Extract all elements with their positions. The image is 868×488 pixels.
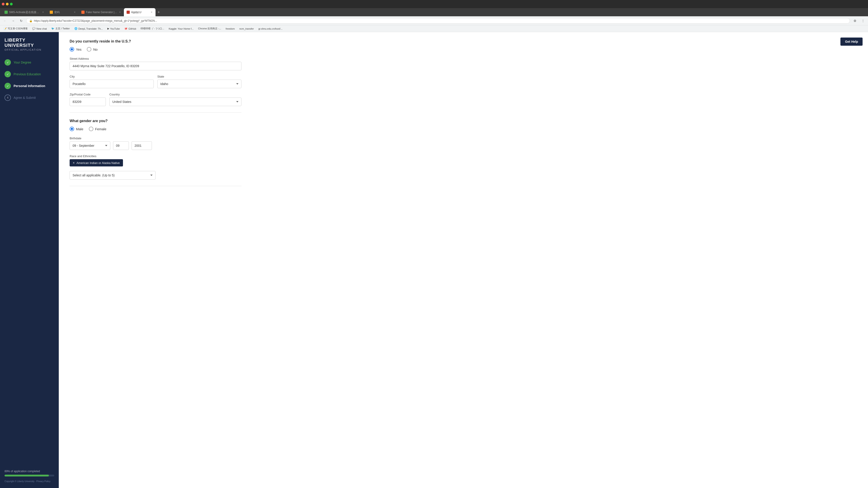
extensions-button[interactable]: ⚙	[852, 18, 858, 24]
title-bar	[0, 0, 868, 8]
race-tag-remove-american-indian[interactable]: ×	[73, 161, 74, 164]
city-col: City	[70, 75, 154, 88]
reside-no-radio[interactable]	[87, 47, 91, 52]
reside-yes-option[interactable]: Yes	[70, 47, 81, 52]
browser-chrome: SMS-Activate是在线接受短信 × 密码 × Fake Name Gen…	[0, 0, 868, 32]
reside-question: Do you currently reside in the U.S.?	[70, 39, 241, 43]
tab-favicon-apply	[127, 11, 130, 14]
bookmark-youtube-label: YouTube	[110, 27, 120, 30]
tab-title-sms: SMS-Activate是在线接受短信	[9, 10, 40, 14]
bookmark-github[interactable]: 🐙 GitHub	[123, 27, 138, 31]
bookmark-kaggle[interactable]: Kaggle: Your Home f...	[167, 27, 195, 31]
gender-male-label: Male	[76, 127, 84, 131]
tab-mi[interactable]: 密码 ×	[47, 8, 79, 16]
street-input[interactable]	[70, 62, 241, 70]
bookmark-twitter-label: 主页 / Twitter	[55, 27, 70, 30]
progress-fill	[4, 475, 49, 477]
bookmark-bilibili[interactable]: 哔哩哔哩（' - ')つ口...	[139, 27, 166, 31]
step-label-previous-education: Previous Education	[13, 72, 41, 76]
step-label-personal-information: Personal Information	[13, 84, 45, 88]
bookmark-ncm[interactable]: ncm_transfer	[238, 27, 256, 31]
gender-radio-group: Male Female	[70, 127, 241, 131]
main-content: Get Help Do you currently reside in the …	[59, 32, 868, 488]
logo-sub: OFFICIAL APPLICATION	[4, 49, 54, 51]
city-label: City	[70, 75, 154, 78]
step-icon-previous-education: ✓	[4, 71, 11, 77]
sidebar-item-agree-submit[interactable]: 4 Agree & Submit	[4, 94, 54, 102]
back-button[interactable]: ←	[2, 18, 8, 24]
menu-button[interactable]: ⋮	[860, 18, 866, 24]
bookmark-csdn[interactable]: 📝 写文章·CSDN博客	[2, 27, 30, 31]
copyright-text: Copyright © Liberty University · Privacy…	[4, 480, 54, 483]
birthdate-month-select[interactable]: 09 - September 01 - January 02 - Februar…	[70, 141, 110, 150]
reside-yes-radio[interactable]	[70, 47, 74, 52]
country-select[interactable]: United States Canada Mexico Other	[110, 97, 241, 106]
sidebar-item-your-degree[interactable]: ✓ Your Degree	[4, 58, 54, 66]
race-label: Race and Ethnicities	[70, 154, 241, 158]
tab-close-mi[interactable]: ×	[73, 10, 76, 14]
bookmark-bilibili-label: 哔哩哔哩（' - ')つ口...	[141, 27, 164, 30]
sidebar-item-personal-information[interactable]: ✓ Personal Information	[4, 82, 54, 90]
birthdate-month-col: 09 - September 01 - January 02 - Februar…	[70, 141, 110, 150]
street-label: Street Address	[70, 57, 241, 60]
sidebar-item-previous-education[interactable]: ✓ Previous Education	[4, 70, 54, 78]
reside-no-option[interactable]: No	[87, 47, 97, 52]
sidebar-logo: LIBERTY UNIVERSITY OFFICIAL APPLICATION	[4, 37, 54, 51]
bookmark-youtube[interactable]: ▶ YouTube	[105, 27, 122, 31]
bookmark-shnu-label: gr.shnu.edu.cn/ksxt/...	[258, 27, 283, 30]
state-select[interactable]: Idaho Alabama Alaska Arizona ArkansasCal…	[157, 80, 241, 88]
birthdate-year-input[interactable]	[131, 141, 152, 150]
reload-button[interactable]: ↻	[18, 18, 24, 24]
address-bar[interactable]: 🔒 https://apply.liberty.edu/?acode=C2722…	[26, 18, 850, 24]
address-text: https://apply.liberty.edu/?acode=C27223&…	[34, 19, 847, 22]
tab-sms[interactable]: SMS-Activate是在线接受短信 ×	[2, 8, 47, 16]
bookmark-csdn-label: 写文章·CSDN博客	[8, 27, 28, 30]
bookmark-youtube-icon: ▶	[107, 27, 109, 30]
birthdate-label: Birthdate	[70, 136, 241, 140]
bookmark-shnu[interactable]: gr.shnu.edu.cn/ksxt/...	[256, 27, 284, 31]
zip-col: Zip/Postal Code	[70, 93, 106, 106]
step-icon-agree-submit: 4	[4, 94, 11, 101]
reside-no-label: No	[93, 48, 97, 51]
tab-fake[interactable]: Fake Name Generator | Faux ×	[79, 8, 124, 16]
tab-title-mi: 密码	[54, 10, 72, 14]
country-col: Country United States Canada Mexico Othe…	[110, 93, 241, 106]
bookmark-deepl[interactable]: 🌐 DeepL Translate: Th...	[72, 27, 105, 31]
bookmark-freedom[interactable]: freedom	[224, 27, 237, 31]
zip-country-row: Zip/Postal Code Country United States Ca…	[70, 93, 241, 106]
app-layout: LIBERTY UNIVERSITY OFFICIAL APPLICATION …	[0, 32, 868, 488]
birthdate-day-col	[113, 141, 129, 150]
race-select[interactable]: Select all applicable. (Up to 5) America…	[70, 171, 156, 180]
tab-close-apply[interactable]: ×	[150, 10, 153, 14]
tab-favicon-mi	[50, 11, 53, 14]
bookmark-twitter[interactable]: 🐦 主页 / Twitter	[50, 27, 72, 31]
gender-male-radio[interactable]	[70, 127, 74, 131]
logo-name: LIBERTY UNIVERSITY	[4, 37, 54, 48]
gender-female-option[interactable]: Female	[89, 127, 106, 131]
step-icon-personal-information: ✓	[4, 83, 11, 89]
tab-close-fake[interactable]: ×	[119, 10, 121, 14]
gender-group: What gender are you? Male Female	[70, 119, 241, 131]
sidebar: LIBERTY UNIVERSITY OFFICIAL APPLICATION …	[0, 32, 59, 488]
reside-group: Do you currently reside in the U.S.? Yes…	[70, 39, 241, 52]
bookmark-github-label: GitHub	[128, 27, 136, 30]
sidebar-steps: ✓ Your Degree ✓ Previous Education ✓ Per…	[4, 58, 54, 470]
bookmark-chrome[interactable]: Chrome 应用商店 -...	[196, 27, 223, 31]
get-help-button[interactable]: Get Help	[840, 37, 863, 46]
tab-apply[interactable]: ApplyLU ×	[124, 8, 156, 16]
zip-input[interactable]	[70, 97, 106, 106]
new-tab-button[interactable]: +	[156, 8, 162, 16]
bookmark-github-icon: 🐙	[124, 27, 127, 30]
tab-close-sms[interactable]: ×	[42, 10, 44, 14]
gender-male-option[interactable]: Male	[70, 127, 84, 131]
race-group: Race and Ethnicities × American Indian o…	[70, 154, 241, 180]
progress-bar	[4, 475, 54, 477]
city-input[interactable]	[70, 80, 154, 88]
street-group: Street Address	[70, 57, 241, 70]
birthdate-day-input[interactable]	[113, 141, 129, 150]
gender-female-radio[interactable]	[89, 127, 93, 131]
forward-button[interactable]: →	[10, 18, 16, 24]
bookmark-ncm-label: ncm_transfer	[239, 27, 254, 30]
bookmark-deepl-label: DeepL Translate: Th...	[79, 27, 103, 30]
bookmark-newchat[interactable]: 💬 New chat	[31, 27, 49, 31]
